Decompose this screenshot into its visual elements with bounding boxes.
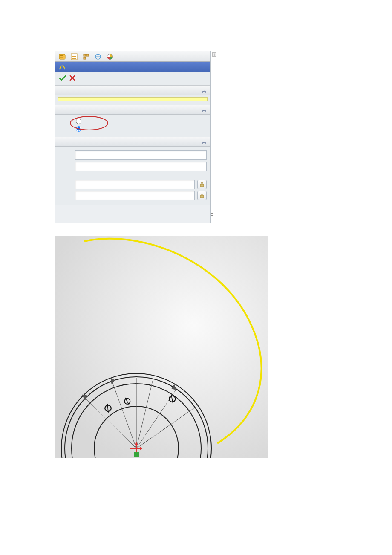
svg-rect-4: [72, 55, 76, 55]
lock-icon: [199, 193, 205, 198]
chevron-up-icon: ︽: [202, 107, 207, 113]
property-panel: +: [55, 51, 211, 223]
row-xt: [59, 150, 207, 160]
section-info[interactable]: ︽: [55, 86, 210, 95]
row-yt: [59, 162, 207, 171]
sketch-svg: ∅ ∅ ∅: [55, 236, 268, 458]
tab-render[interactable]: [104, 52, 116, 61]
curve-icon: [59, 64, 66, 70]
section-params[interactable]: ︽: [55, 137, 210, 147]
svg-rect-2: [60, 57, 63, 58]
check-icon: [59, 75, 66, 81]
row-t2: [59, 191, 207, 200]
dim-55: ∅: [166, 393, 179, 406]
svg-rect-9: [84, 57, 86, 59]
radio-explicit[interactable]: [76, 117, 204, 125]
dimension-lines: [82, 378, 196, 448]
svg-rect-1: [60, 55, 63, 56]
svg-rect-8: [86, 54, 89, 56]
graphics-viewport[interactable]: ∅ ∅ ∅: [55, 236, 268, 458]
svg-rect-16: [200, 184, 204, 187]
svg-marker-30: [172, 384, 176, 390]
origin-marker: [130, 442, 142, 457]
svg-rect-5: [72, 56, 76, 57]
input-t1[interactable]: [75, 180, 195, 189]
cancel-button[interactable]: [69, 75, 76, 83]
tab-feature-manager[interactable]: [56, 52, 68, 61]
chevron-up-icon: ︽: [202, 139, 207, 145]
lock-t1[interactable]: [197, 180, 207, 189]
action-row: [55, 72, 210, 86]
radio-parametric[interactable]: [76, 125, 204, 133]
lock-icon: [199, 182, 205, 187]
svg-line-23: [111, 378, 136, 448]
input-t2[interactable]: [75, 191, 195, 200]
row-t1: [59, 180, 207, 189]
resize-handle[interactable]: [211, 213, 213, 217]
lock-t2[interactable]: [197, 191, 207, 200]
titlebar: [55, 62, 210, 72]
dimxpert-icon: [95, 53, 101, 60]
tab-configuration-manager[interactable]: [80, 52, 92, 61]
info-message: [58, 97, 208, 101]
dim-5608: ∅: [121, 396, 133, 406]
expand-flyout-button[interactable]: +: [211, 52, 218, 57]
radio-parametric-input[interactable]: [76, 126, 81, 132]
feature-tree-icon: [59, 53, 66, 60]
svg-marker-29: [111, 378, 115, 384]
param-rows: [55, 177, 210, 205]
equation-rows: [55, 148, 210, 176]
chevron-up-icon: ︽: [202, 87, 207, 94]
manager-tabs: [55, 51, 210, 62]
section-equation-type[interactable]: ︽: [55, 105, 210, 115]
svg-point-14: [59, 68, 61, 69]
property-icon: [71, 53, 78, 60]
svg-rect-7: [84, 54, 86, 56]
equation-type-group: [55, 115, 210, 137]
input-yt[interactable]: [75, 162, 207, 171]
radio-explicit-input[interactable]: [76, 119, 81, 124]
tab-dimxpert[interactable]: [92, 52, 104, 61]
ok-button[interactable]: [59, 75, 66, 83]
svg-point-15: [64, 68, 66, 69]
svg-marker-33: [140, 447, 142, 450]
svg-line-25: [136, 381, 153, 448]
config-icon: [83, 53, 89, 60]
appearance-icon: [107, 53, 113, 60]
svg-line-27: [136, 407, 196, 448]
x-icon: [69, 75, 76, 81]
input-xt[interactable]: [75, 150, 207, 160]
svg-rect-6: [72, 58, 76, 59]
svg-rect-35: [134, 452, 139, 457]
tab-property-manager[interactable]: [68, 52, 80, 61]
panel-footer-blank: [55, 205, 210, 223]
svg-rect-17: [200, 195, 204, 198]
